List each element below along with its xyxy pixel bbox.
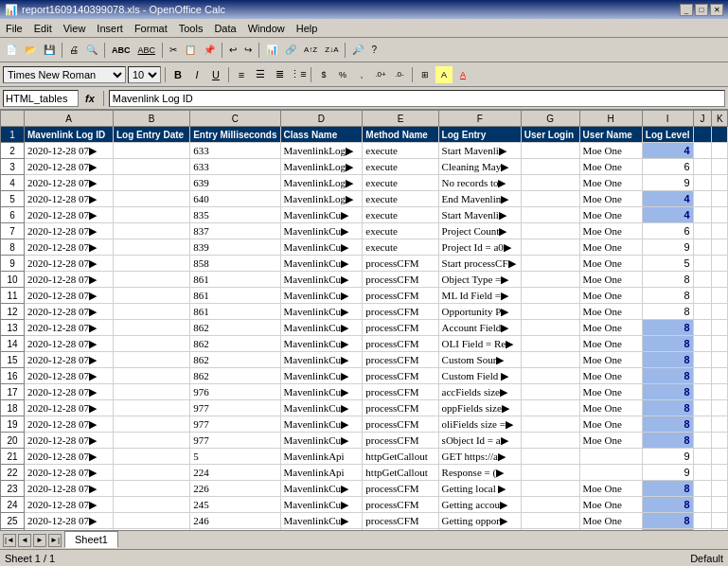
cell-r12-c9[interactable]: 8 [642, 304, 693, 320]
cell-r21-c7[interactable] [521, 449, 579, 465]
cell-r8-c9[interactable]: 9 [642, 239, 693, 256]
header-cell-6[interactable]: Log Entry [438, 127, 521, 143]
cell-r3-c11[interactable] [712, 159, 728, 175]
cell-r14-c11[interactable] [712, 336, 728, 352]
cell-r19-c10[interactable] [693, 416, 712, 433]
cell-r25-c7[interactable] [521, 513, 579, 529]
header-cell-9[interactable]: Log Level [642, 127, 693, 143]
undo-button[interactable]: ↩ [226, 41, 240, 60]
row-number-4[interactable]: 4 [1, 175, 25, 191]
cell-r23-c10[interactable] [693, 481, 712, 497]
header-cell-4[interactable]: Class Name [280, 127, 363, 143]
minimize-button[interactable]: _ [680, 4, 693, 16]
row-number-15[interactable]: 15 [1, 352, 25, 368]
cell-r22-c11[interactable] [712, 465, 728, 481]
col-header-j[interactable]: J [693, 111, 712, 127]
header-cell-11[interactable] [712, 127, 728, 143]
sort-asc-button[interactable]: A↑Z [301, 41, 320, 60]
cell-r7-c5[interactable]: execute [363, 223, 438, 239]
cell-r19-c8[interactable]: Moe One [579, 416, 642, 433]
cell-r5-c7[interactable] [521, 191, 579, 207]
open-button[interactable]: 📂 [22, 41, 39, 60]
cell-r17-c7[interactable] [521, 384, 579, 400]
row-number-16[interactable]: 16 [1, 368, 25, 384]
new-button[interactable]: 📄 [3, 41, 20, 60]
cell-r22-c7[interactable] [521, 465, 579, 481]
cell-r11-c8[interactable]: Moe One [579, 288, 642, 304]
cell-r6-c10[interactable] [693, 207, 712, 223]
cell-r9-c9[interactable]: 5 [642, 256, 693, 272]
cell-r6-c1[interactable]: 2020-12-28 07▶ [25, 207, 114, 223]
italic-button[interactable]: I [188, 66, 205, 83]
col-header-i[interactable]: I [642, 111, 693, 127]
cell-r24-c8[interactable]: Moe One [579, 497, 642, 513]
cell-r20-c1[interactable]: 2020-12-28 07▶ [25, 433, 114, 449]
cell-r21-c11[interactable] [712, 449, 728, 465]
cell-r26-c5[interactable]: processCFM [363, 529, 438, 531]
cell-r10-c2[interactable] [113, 272, 189, 288]
cell-r15-c7[interactable] [521, 352, 579, 368]
col-header-c[interactable]: C [190, 111, 280, 127]
cell-r7-c11[interactable] [712, 223, 728, 239]
cell-r20-c10[interactable] [693, 433, 712, 449]
cell-r24-c7[interactable] [521, 497, 579, 513]
cell-r8-c7[interactable] [521, 239, 579, 256]
cell-r20-c2[interactable] [113, 433, 189, 449]
cell-r16-c7[interactable] [521, 368, 579, 384]
row-number-7[interactable]: 7 [1, 223, 25, 239]
cell-r8-c8[interactable]: Moe One [579, 239, 642, 256]
col-header-g[interactable]: G [521, 111, 579, 127]
sheet-tab-1[interactable]: Sheet1 [64, 531, 118, 548]
cell-r5-c8[interactable]: Moe One [579, 191, 642, 207]
cell-r11-c5[interactable]: processCFM [363, 288, 438, 304]
cell-r23-c6[interactable]: Getting local ▶ [438, 481, 521, 497]
copy-button[interactable]: 📋 [182, 41, 199, 60]
cell-r26-c9[interactable]: 8 [642, 529, 693, 531]
cell-r18-c7[interactable] [521, 400, 579, 416]
row-number-20[interactable]: 20 [1, 433, 25, 449]
cell-r23-c9[interactable]: 8 [642, 481, 693, 497]
cell-r19-c9[interactable]: 8 [642, 416, 693, 433]
cell-r15-c3[interactable]: 862 [190, 352, 280, 368]
cell-r12-c4[interactable]: MavenlinkCu▶ [280, 304, 363, 320]
cell-r6-c11[interactable] [712, 207, 728, 223]
sheet-nav-first[interactable]: |◄ [3, 534, 16, 547]
cell-r4-c7[interactable] [521, 175, 579, 191]
cell-r25-c8[interactable]: Moe One [579, 513, 642, 529]
cell-r22-c5[interactable]: httpGetCallout [363, 465, 438, 481]
cell-r7-c9[interactable]: 6 [642, 223, 693, 239]
cell-r21-c10[interactable] [693, 449, 712, 465]
cell-r25-c2[interactable] [113, 513, 189, 529]
cell-r15-c10[interactable] [693, 352, 712, 368]
row-number-2[interactable]: 2 [1, 143, 25, 159]
cell-r25-c5[interactable]: processCFM [363, 513, 438, 529]
cell-r17-c5[interactable]: processCFM [363, 384, 438, 400]
cell-r16-c4[interactable]: MavenlinkCu▶ [280, 368, 363, 384]
cell-r14-c9[interactable]: 8 [642, 336, 693, 352]
row-number-10[interactable]: 10 [1, 272, 25, 288]
cell-r3-c8[interactable]: Moe One [579, 159, 642, 175]
cell-r17-c2[interactable] [113, 384, 189, 400]
cell-r8-c10[interactable] [693, 239, 712, 256]
header-cell-8[interactable]: User Name [579, 127, 642, 143]
cell-r18-c8[interactable]: Moe One [579, 400, 642, 416]
cell-r8-c4[interactable]: MavenlinkCu▶ [280, 239, 363, 256]
row-number-8[interactable]: 8 [1, 239, 25, 256]
cell-r10-c10[interactable] [693, 272, 712, 288]
menu-help[interactable]: Help [291, 19, 324, 37]
cell-r7-c6[interactable]: Project Count▶ [438, 223, 521, 239]
sort-desc-button[interactable]: Z↓A [322, 41, 341, 60]
underline-button[interactable]: U [207, 66, 224, 83]
cell-r24-c2[interactable] [113, 497, 189, 513]
cell-r4-c3[interactable]: 639 [190, 175, 280, 191]
cell-r24-c5[interactable]: processCFM [363, 497, 438, 513]
row-number-14[interactable]: 14 [1, 336, 25, 352]
cell-r11-c9[interactable]: 8 [642, 288, 693, 304]
row-number-11[interactable]: 11 [1, 288, 25, 304]
cell-r20-c11[interactable] [712, 433, 728, 449]
cell-r23-c11[interactable] [712, 481, 728, 497]
cell-r2-c1[interactable]: 2020-12-28 07▶ [25, 143, 114, 159]
cell-r11-c1[interactable]: 2020-12-28 07▶ [25, 288, 114, 304]
cell-r10-c8[interactable]: Moe One [579, 272, 642, 288]
cell-r17-c11[interactable] [712, 384, 728, 400]
